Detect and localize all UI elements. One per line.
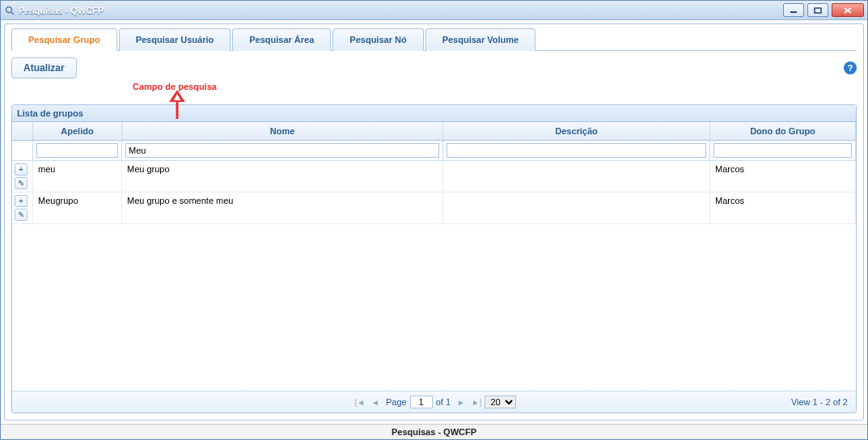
tab-pesquisar-no[interactable]: Pesquisar Nó bbox=[332, 28, 423, 51]
pager-first-icon[interactable]: |◄ bbox=[352, 398, 369, 407]
grid-header: Apelido Nome Descrição Dono do Grupo bbox=[12, 122, 856, 141]
minimize-button[interactable] bbox=[783, 3, 804, 17]
cell-descricao bbox=[443, 161, 710, 192]
tab-pesquisar-usuario[interactable]: Pesquisar Usuário bbox=[119, 28, 231, 51]
tab-pesquisar-grupo[interactable]: Pesquisar Grupo bbox=[11, 28, 117, 51]
pager-pagesize-select[interactable]: 20 bbox=[485, 396, 516, 408]
col-descricao[interactable]: Descrição bbox=[443, 122, 710, 140]
cell-apelido: Meugrupo bbox=[33, 192, 122, 223]
pager-last-icon[interactable]: ►| bbox=[468, 398, 485, 407]
pager-prev-icon[interactable]: ◄ bbox=[368, 398, 383, 407]
svg-rect-3 bbox=[815, 8, 821, 13]
pager-of-label: of 1 bbox=[433, 397, 454, 407]
table-row[interactable]: + ✎ meu Meu grupo Marcos bbox=[12, 161, 856, 192]
tab-pesquisar-volume[interactable]: Pesquisar Volume bbox=[426, 28, 536, 51]
svg-marker-7 bbox=[171, 91, 184, 101]
close-button[interactable] bbox=[832, 3, 864, 17]
pager-viewinfo: View 1 - 2 of 2 bbox=[791, 397, 848, 407]
edit-icon[interactable]: ✎ bbox=[15, 209, 28, 221]
window-title: Pesquisas - QWCFP bbox=[19, 6, 104, 15]
filter-apelido[interactable] bbox=[36, 143, 118, 158]
filter-descricao[interactable] bbox=[447, 143, 706, 158]
pager-page-input[interactable] bbox=[410, 396, 433, 408]
svg-marker-9 bbox=[171, 91, 184, 101]
svg-marker-8 bbox=[173, 94, 181, 101]
expand-icon[interactable]: + bbox=[15, 195, 28, 207]
grid-title: Lista de grupos bbox=[12, 105, 856, 122]
tab-pesquisar-area[interactable]: Pesquisar Área bbox=[232, 28, 331, 51]
filter-dono[interactable] bbox=[713, 143, 852, 158]
tabs-bar: Pesquisar Grupo Pesquisar Usuário Pesqui… bbox=[11, 28, 857, 51]
cell-apelido: meu bbox=[33, 161, 122, 192]
pager: |◄ ◄ Page of 1 ► ►| 20 View 1 - 2 of 2 bbox=[12, 391, 856, 412]
table-row[interactable]: + ✎ Meugrupo Meu grupo e somente meu Mar… bbox=[12, 192, 856, 224]
expand-icon[interactable]: + bbox=[15, 163, 28, 176]
status-bar: Pesquisas - QWCFP bbox=[1, 424, 867, 439]
cell-dono: Marcos bbox=[710, 161, 856, 192]
pager-next-icon[interactable]: ► bbox=[454, 398, 468, 407]
cell-dono: Marcos bbox=[710, 192, 856, 223]
col-nome[interactable]: Nome bbox=[122, 122, 443, 140]
cell-nome: Meu grupo e somente meu bbox=[122, 192, 443, 223]
grid-filter-row bbox=[12, 141, 856, 161]
edit-icon[interactable]: ✎ bbox=[15, 177, 28, 189]
grid-panel: Lista de grupos Apelido Nome Descrição D… bbox=[11, 104, 857, 413]
refresh-button[interactable]: Atualizar bbox=[11, 57, 77, 78]
svg-point-0 bbox=[6, 6, 12, 12]
cell-descricao bbox=[443, 192, 710, 223]
col-apelido[interactable]: Apelido bbox=[33, 122, 122, 140]
maximize-button[interactable] bbox=[807, 3, 828, 17]
filter-nome[interactable] bbox=[125, 143, 439, 158]
svg-line-1 bbox=[11, 12, 14, 15]
help-icon[interactable]: ? bbox=[844, 61, 857, 74]
col-dono[interactable]: Dono do Grupo bbox=[710, 122, 856, 140]
cell-nome: Meu grupo bbox=[122, 161, 443, 192]
pager-page-label: Page bbox=[383, 397, 410, 407]
search-icon bbox=[4, 5, 15, 16]
